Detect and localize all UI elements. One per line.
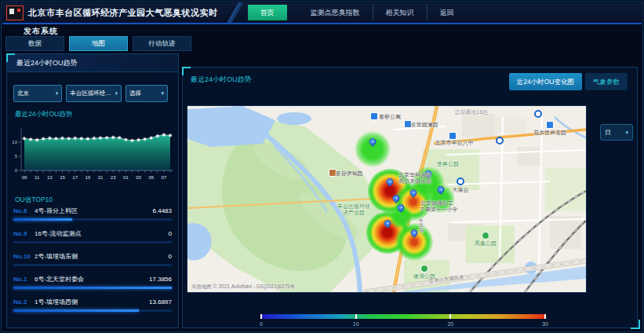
ou-value: 13.6897 [149,298,172,306]
district-select-value: 丰台区循环经济产 [70,90,112,97]
svg-text:23: 23 [111,175,116,180]
view-switch-button[interactable]: 行动轨迹 [133,36,191,51]
chart-title: 最近24小时OU趋势 [15,110,178,119]
list-item[interactable]: No.10 2号-填埋场东侧 0 [13,251,172,266]
nav-tab[interactable]: 返回 [427,5,467,20]
rank-badge: No.10 [13,253,35,260]
legend-tick-label: 10 [353,321,359,327]
progress-fill [13,309,139,312]
rank-badge: No.8 [13,207,35,214]
svg-text:13: 13 [47,175,53,180]
site-name: 1号-填埋场西侧 [35,298,78,306]
site-name: 6号-北天堂村委会 [35,275,84,284]
progress-track [13,287,172,289]
chevron-down-icon: ▾ [625,130,628,136]
svg-text:11: 11 [35,175,40,180]
svg-text:17: 17 [72,175,78,180]
ou-top10-title: OU值TOP10 [15,196,53,205]
map-mode-button[interactable]: 近24小时OU变化图 [509,73,582,90]
legend-tick-label: 30 [542,321,548,327]
svg-text:10: 10 [12,140,17,145]
app-logo-icon [6,5,24,20]
progress-track [13,309,172,312]
site-select[interactable]: 选择 ▾ [126,85,168,102]
site-name: 4号-筛分上料区 [35,207,78,215]
legend-tick-label: 20 [447,321,453,327]
chevron-down-icon: ▾ [115,90,118,97]
map-mode-buttons: 近24小时OU变化图气象参数 [506,73,628,90]
ou-value: 0 [169,253,172,260]
svg-text:09: 09 [22,175,27,180]
nav-tab[interactable]: 监测点恶臭指数 [298,5,373,20]
progress-fill [13,218,72,221]
period-select[interactable]: 日 ▾ [600,124,633,141]
site-name: 16号-流动监测点 [35,229,82,238]
view-switch-buttons: 数据地图行动轨迹 [5,36,196,51]
chevron-down-icon: ▾ [56,90,59,97]
list-item[interactable]: No.8 4号-筛分上料区 6.4483 [13,206,172,221]
chevron-down-icon: ▾ [161,90,164,97]
map-basemap [187,106,586,292]
heatmap-legend: 0102030 [261,314,545,327]
ou-top10-list: No.8 4号-筛分上料区 6.4483 No.9 16号-流动监测点 0 [13,206,172,320]
progress-track [13,218,172,221]
legend-tick [449,314,451,319]
right-panel: 最近24小时OU趋势 近24小时OU变化图气象参数 [182,67,638,328]
legend-tick-label: 0 [260,321,263,327]
ou-value: 17.3856 [149,276,172,283]
period-select-value: 日 [605,128,611,137]
rank-badge: No.9 [13,230,35,237]
map-section-title: 最近24小时OU趋势 [191,75,252,85]
header-divider-decoration [224,2,245,23]
legend-tick [355,314,357,319]
nav-tab[interactable]: 首页 [248,5,287,20]
legend-gradient-bar [261,314,545,319]
view-switch-button[interactable]: 地图 [69,36,128,51]
svg-text:15: 15 [60,175,65,180]
list-item[interactable]: No.9 16号-流动监测点 0 [13,229,172,243]
progress-track [13,264,172,266]
svg-text:21: 21 [98,175,104,180]
map-mode-button[interactable]: 气象参数 [585,73,628,90]
city-select-value: 北京 [17,90,53,97]
filter-row: 北京 ▾ 丰台区循环经济产 ▾ 选择 ▾ [13,85,172,102]
svg-text:01: 01 [123,175,129,180]
top-header-bar: 北京市丰台区循环经济产业园大气恶臭状况实时 首页监测点恶臭指数相关知识返回 [2,2,642,24]
svg-text:07: 07 [162,175,167,180]
svg-text:5: 5 [15,154,18,159]
city-select[interactable]: 北京 ▾ [13,85,62,102]
list-item[interactable]: No.2 1号-填埋场西侧 13.6897 [13,297,172,312]
svg-text:03: 03 [136,175,141,180]
view-switch-button[interactable]: 数据 [5,36,64,51]
left-panel-title: 最近24小时OU趋势 [7,54,178,72]
ou-value: 0 [169,230,172,237]
legend-tick [544,314,546,319]
progress-fill [13,287,172,289]
progress-track [13,241,172,243]
nav-tab[interactable]: 相关知识 [373,5,427,20]
rank-badge: No.1 [13,276,35,283]
left-panel: 最近24小时OU趋势 北京 ▾ 丰台区循环经济产 ▾ 选择 ▾ 最近24小时OU… [6,53,179,328]
rank-badge: No.2 [13,298,35,306]
main-nav: 首页监测点恶臭指数相关知识返回 [248,2,467,23]
svg-text:0: 0 [15,168,18,173]
legend-tick [260,314,262,319]
publish-system-label: 发布系统 [24,26,58,37]
district-select[interactable]: 丰台区循环经济产 ▾ [66,85,122,102]
app-title: 北京市丰台区循环经济产业园大气恶臭状况实时 [28,7,218,19]
ou-trend-chart: 0510091113151719212301030507 [10,120,176,192]
list-item[interactable]: No.1 6号-北天堂村委会 17.3856 [13,274,172,289]
heatmap-map[interactable]: 看桥公寓总部基地16区金华观澜园北京市丰台八中世界公园大葆台花乡世界名园高鑫公园… [187,105,587,293]
site-name: 2号-填埋场东侧 [35,252,78,261]
site-select-value: 选择 [129,90,158,97]
svg-text:05: 05 [148,175,154,180]
ou-value: 6.4483 [153,207,172,214]
svg-text:19: 19 [86,175,91,180]
